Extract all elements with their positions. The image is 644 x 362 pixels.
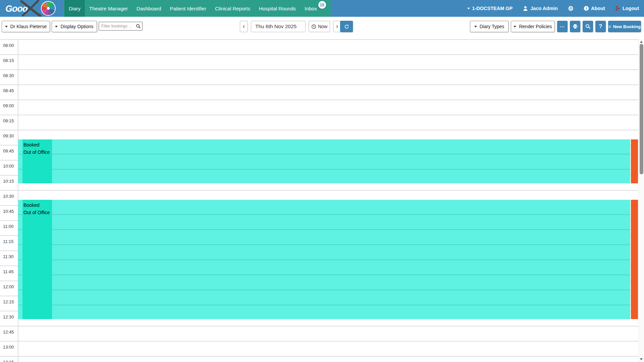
booking-accent-strip bbox=[631, 200, 638, 319]
time-label: 11:15 bbox=[0, 236, 14, 244]
logo-x-icon bbox=[19, 0, 43, 17]
time-label: 08:15 bbox=[0, 55, 14, 63]
diary-types-dropdown[interactable]: Diary Types bbox=[470, 21, 508, 32]
time-label: 10:30 bbox=[0, 191, 14, 199]
toolbar-right-cluster: Diary Types Render Policies ... ? New Bo… bbox=[470, 21, 641, 32]
time-label: 10:00 bbox=[0, 161, 14, 169]
logout-icon bbox=[615, 6, 621, 11]
time-label: 09:00 bbox=[0, 100, 14, 108]
time-label: 10:45 bbox=[0, 206, 14, 214]
date-navigation: ‹ Thu 6th Nov 2025 Now › bbox=[240, 21, 341, 32]
booking-label-column: Booked Out of Office bbox=[22, 200, 52, 319]
time-label: 09:30 bbox=[0, 130, 14, 138]
time-label: 11:45 bbox=[0, 266, 14, 274]
scroll-down-arrow-icon[interactable] bbox=[640, 358, 643, 360]
clock-icon bbox=[311, 24, 316, 29]
booking-status: Booked bbox=[23, 201, 52, 209]
booking-block-1000[interactable]: Booked Out of Office bbox=[18, 200, 638, 319]
diary-toolbar: Dr Klaus Pieterse Display Options ‹ Thu … bbox=[0, 17, 644, 39]
booking-body bbox=[18, 200, 630, 319]
ellipsis-icon: ... bbox=[560, 22, 565, 28]
scrollbar-thumb[interactable] bbox=[640, 44, 643, 174]
header-right-cluster: 1-DOCSTEAM GP Jaco Admin ⚙ About Logout bbox=[467, 0, 639, 17]
booking-block-0900[interactable]: Booked Out of Office bbox=[18, 139, 638, 183]
time-label: 12:30 bbox=[0, 311, 14, 319]
booking-label-column: Booked Out of Office bbox=[22, 139, 52, 183]
nav-tab-dashboard[interactable]: Dashboard bbox=[132, 0, 165, 17]
time-slot[interactable]: 09:15 bbox=[0, 115, 638, 130]
time-label: 13:15 bbox=[0, 357, 14, 362]
time-slot[interactable]: 08:15 bbox=[0, 54, 638, 69]
search-icon bbox=[585, 24, 591, 29]
question-icon: ? bbox=[599, 23, 602, 29]
time-label: 12:45 bbox=[0, 326, 14, 335]
time-slot[interactable]: 09:00 bbox=[0, 100, 638, 115]
practice-selector[interactable]: 1-DOCSTEAM GP bbox=[467, 6, 513, 11]
nav-tab-hospital-rounds[interactable]: Hospital Rounds bbox=[255, 0, 300, 17]
filter-bookings-field bbox=[99, 22, 143, 31]
color-wheel-icon bbox=[41, 1, 56, 16]
time-label: 08:00 bbox=[0, 40, 14, 48]
nav-tab-clinical-reports[interactable]: Clinical Reports bbox=[211, 0, 255, 17]
booking-accent-strip bbox=[631, 139, 638, 183]
time-label: 10:15 bbox=[0, 176, 14, 184]
app-logo[interactable]: Good bbox=[0, 0, 63, 17]
nav-tab-theatre-manager[interactable]: Theatre Manager bbox=[85, 0, 132, 17]
user-menu[interactable]: Jaco Admin bbox=[523, 6, 558, 11]
time-slot[interactable]: 08:45 bbox=[0, 84, 638, 100]
chevron-left-icon: ‹ bbox=[243, 22, 245, 30]
caret-down-icon bbox=[55, 26, 58, 27]
practitioner-dropdown[interactable]: Dr Klaus Pieterse bbox=[2, 21, 50, 32]
help-button[interactable]: ? bbox=[595, 21, 606, 32]
nav-tab-diary[interactable]: Diary bbox=[64, 0, 85, 17]
refresh-button[interactable] bbox=[340, 21, 353, 32]
date-field[interactable]: Thu 6th Nov 2025 bbox=[251, 21, 306, 32]
printer-icon bbox=[573, 24, 578, 29]
new-booking-button[interactable]: New Booking bbox=[608, 21, 641, 32]
time-slot[interactable]: 12:45 bbox=[0, 326, 638, 341]
time-label: 13:00 bbox=[0, 342, 14, 350]
time-label: 12:15 bbox=[0, 296, 14, 304]
top-header: Good Diary Theatre Manager Dashboard Pat… bbox=[0, 0, 644, 17]
search-button[interactable] bbox=[583, 21, 593, 32]
search-icon[interactable] bbox=[136, 24, 141, 28]
more-options-button[interactable]: ... bbox=[557, 21, 568, 32]
refresh-icon bbox=[344, 24, 349, 29]
chevron-right-icon: › bbox=[336, 22, 338, 30]
time-slot[interactable]: 08:00 bbox=[0, 39, 638, 54]
time-label: 11:00 bbox=[0, 221, 14, 229]
info-icon bbox=[584, 6, 589, 11]
time-label: 12:00 bbox=[0, 281, 14, 289]
time-label: 09:45 bbox=[0, 145, 14, 154]
calendar-plus-icon bbox=[608, 24, 611, 29]
print-button[interactable] bbox=[570, 21, 580, 32]
time-label: 09:15 bbox=[0, 115, 14, 123]
time-slot[interactable]: 08:30 bbox=[0, 69, 638, 84]
render-policies-dropdown[interactable]: Render Policies bbox=[511, 21, 555, 32]
time-label: 11:30 bbox=[0, 251, 14, 259]
booking-type: Out of Office bbox=[23, 209, 52, 216]
booking-status: Booked bbox=[23, 141, 52, 148]
previous-day-button[interactable]: ‹ bbox=[240, 21, 248, 32]
booking-body bbox=[18, 139, 630, 183]
filter-bookings-input[interactable] bbox=[99, 24, 136, 28]
now-button[interactable]: Now bbox=[309, 21, 330, 32]
vertical-scrollbar[interactable] bbox=[638, 39, 644, 362]
user-icon bbox=[523, 6, 528, 11]
display-options-dropdown[interactable]: Display Options bbox=[52, 21, 97, 32]
time-label: 08:30 bbox=[0, 70, 14, 78]
nav-tab-inbox[interactable]: Inbox 15 bbox=[300, 0, 321, 17]
time-slot[interactable]: 13:15 bbox=[0, 356, 638, 362]
caret-down-icon bbox=[467, 8, 470, 9]
inbox-count-badge[interactable]: 15 bbox=[318, 1, 326, 9]
scroll-up-arrow-icon[interactable] bbox=[640, 41, 643, 43]
diary-grid: 08:00 08:15 08:30 08:45 09:00 09:15 09 bbox=[0, 39, 638, 362]
caret-down-icon bbox=[474, 26, 477, 27]
time-slot[interactable]: 13:00 bbox=[0, 341, 638, 356]
gear-icon: ⚙ bbox=[568, 5, 574, 12]
about-button[interactable]: About bbox=[584, 6, 605, 11]
settings-button[interactable]: ⚙ bbox=[568, 5, 574, 12]
main-nav: Diary Theatre Manager Dashboard Patient … bbox=[63, 0, 331, 17]
logout-button[interactable]: Logout bbox=[615, 6, 639, 11]
nav-tab-patient-identifier[interactable]: Patient Identifier bbox=[165, 0, 210, 17]
